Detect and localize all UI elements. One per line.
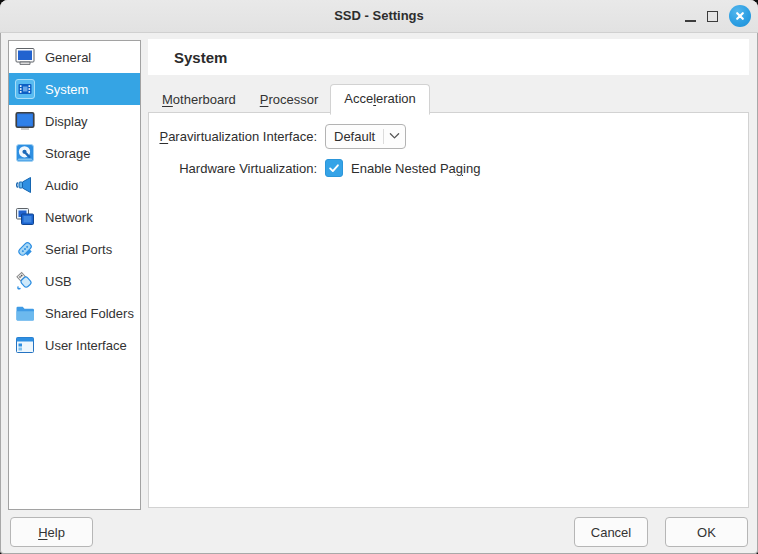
network-icon (14, 206, 36, 228)
titlebar[interactable]: SSD - Settings (0, 0, 758, 33)
acceleration-tab-panel: Paravirtualization Interface: Default Ha… (148, 112, 749, 508)
help-button[interactable]: Help (10, 517, 93, 547)
nested-paging-checkbox[interactable] (325, 159, 343, 177)
tab-processor[interactable]: Processor (248, 88, 331, 114)
chip-icon (14, 78, 36, 100)
chevron-down-icon (384, 132, 405, 140)
sidebar-item-label: System (45, 82, 88, 97)
hardware-virtualization-row: Hardware Virtualization: Enable Nested P… (149, 155, 748, 181)
close-button[interactable] (729, 5, 751, 27)
sidebar-item-general[interactable]: General (9, 41, 140, 73)
sidebar-item-audio[interactable]: Audio (9, 169, 140, 201)
sidebar-item-system[interactable]: System (9, 73, 140, 105)
tab-bar: Motherboard Processor Acceleration (150, 84, 430, 114)
display-icon (14, 110, 36, 132)
paravirtualization-row: Paravirtualization Interface: Default (149, 123, 748, 149)
hardware-virtualization-label: Hardware Virtualization: (149, 161, 317, 176)
window-icon (14, 334, 36, 356)
sidebar-item-network[interactable]: Network (9, 201, 140, 233)
sidebar-item-label: USB (45, 274, 72, 289)
paravirtualization-selected-value: Default (334, 129, 375, 144)
paravirtualization-label: Paravirtualization Interface: (149, 129, 317, 144)
sidebar-item-label: Storage (45, 146, 91, 161)
sidebar-item-label: Network (45, 210, 93, 225)
maximize-button[interactable] (707, 11, 718, 22)
sidebar-item-shared-folders[interactable]: Shared Folders (9, 297, 140, 329)
paravirtualization-select[interactable]: Default (325, 124, 406, 149)
tab-motherboard[interactable]: Motherboard (150, 88, 248, 114)
ok-button[interactable]: OK (665, 517, 748, 547)
settings-window: SSD - Settings General System (0, 0, 758, 554)
usb-icon (14, 270, 36, 292)
check-icon (327, 161, 341, 175)
maximize-icon (707, 11, 718, 22)
page-header: System (148, 39, 749, 75)
tab-acceleration[interactable]: Acceleration (330, 84, 430, 115)
folder-icon (14, 302, 36, 324)
sidebar-item-usb[interactable]: USB (9, 265, 140, 297)
sidebar-item-serial-ports[interactable]: Serial Ports (9, 233, 140, 265)
minimize-icon (685, 20, 696, 22)
sidebar-item-label: Serial Ports (45, 242, 112, 257)
close-icon (734, 10, 746, 22)
cancel-button[interactable]: Cancel (574, 517, 648, 547)
sidebar-item-display[interactable]: Display (9, 105, 140, 137)
sidebar-item-label: User Interface (45, 338, 127, 353)
sidebar-item-label: General (45, 50, 91, 65)
sidebar-item-user-interface[interactable]: User Interface (9, 329, 140, 361)
window-controls (685, 0, 751, 32)
sidebar-item-label: Display (45, 114, 88, 129)
sidebar-item-label: Shared Folders (45, 306, 134, 321)
sidebar-item-label: Audio (45, 178, 78, 193)
nested-paging-label[interactable]: Enable Nested Paging (351, 161, 480, 176)
window-title: SSD - Settings (0, 0, 758, 32)
page-title: System (174, 49, 227, 66)
harddisk-icon (14, 142, 36, 164)
serial-port-icon (14, 238, 36, 260)
sidebar-item-storage[interactable]: Storage (9, 137, 140, 169)
settings-category-list: General System Display Storage Audio (8, 40, 141, 510)
speaker-icon (14, 174, 36, 196)
minimize-button[interactable] (685, 11, 696, 22)
monitor-icon (14, 46, 36, 68)
